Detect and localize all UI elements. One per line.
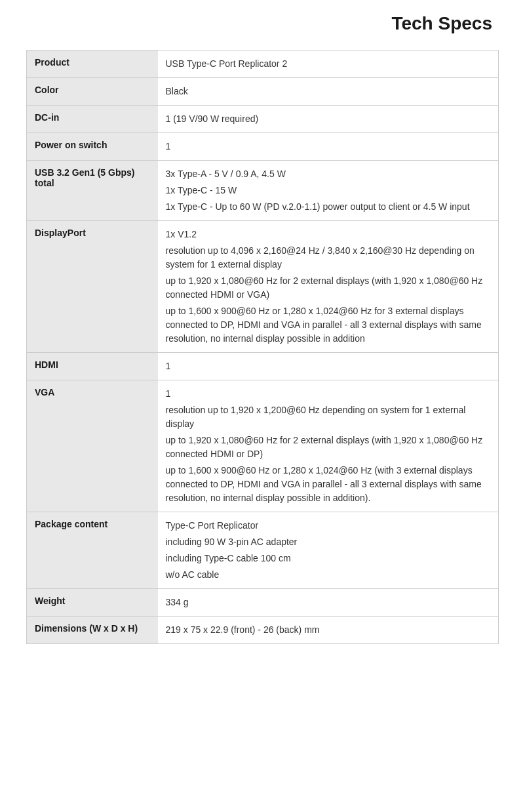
spec-value-line: up to 1,920 x 1,080@60 Hz for 2 external…	[166, 434, 491, 461]
spec-value-line: 3x Type-A - 5 V / 0.9 A, 4.5 W	[166, 167, 491, 181]
spec-value: Type-C Port Replicatorincluding 90 W 3-p…	[158, 512, 499, 589]
spec-label: Power on switch	[27, 133, 158, 161]
spec-value: 219 x 75 x 22.9 (front) - 26 (back) mm	[158, 617, 499, 644]
spec-value: 1	[158, 133, 499, 161]
spec-value-line: 1	[166, 359, 491, 373]
table-row: USB 3.2 Gen1 (5 Gbps) total3x Type-A - 5…	[27, 161, 499, 221]
spec-value-line: 219 x 75 x 22.9 (front) - 26 (back) mm	[166, 623, 491, 637]
spec-label: HDMI	[27, 353, 158, 380]
spec-value: Black	[158, 78, 499, 106]
spec-value: 334 g	[158, 589, 499, 617]
spec-value-line: including 90 W 3-pin AC adapter	[166, 535, 491, 549]
table-row: Package contentType-C Port Replicatorinc…	[27, 512, 499, 589]
page-title: Tech Specs	[26, 13, 499, 34]
spec-value-line: resolution up to 1,920 x 1,200@60 Hz dep…	[166, 403, 491, 431]
spec-value-line: including Type-C cable 100 cm	[166, 552, 491, 565]
spec-value-line: 1x V1.2	[166, 228, 491, 241]
spec-label: Dimensions (W x D x H)	[27, 617, 158, 644]
table-row: Dimensions (W x D x H)219 x 75 x 22.9 (f…	[27, 617, 499, 644]
spec-label: VGA	[27, 380, 158, 512]
table-row: DisplayPort1x V1.2resolution up to 4,096…	[27, 221, 499, 353]
spec-value-line: 1x Type-C - Up to 60 W (PD v.2.0-1.1) po…	[166, 200, 491, 214]
table-row: HDMI1	[27, 353, 499, 380]
spec-value: 1	[158, 353, 499, 380]
spec-value-line: w/o AC cable	[166, 568, 491, 582]
spec-label: Product	[27, 51, 158, 78]
table-row: Power on switch1	[27, 133, 499, 161]
spec-label: Color	[27, 78, 158, 106]
table-row: ProductUSB Type-C Port Replicator 2	[27, 51, 499, 78]
spec-value: 1 (19 V/90 W required)	[158, 106, 499, 133]
spec-value-line: 1	[166, 140, 491, 153]
spec-value-line: resolution up to 4,096 x 2,160@24 Hz / 3…	[166, 244, 491, 272]
spec-value-line: up to 1,920 x 1,080@60 Hz for 2 external…	[166, 274, 491, 302]
table-row: ColorBlack	[27, 78, 499, 106]
spec-label: DC-in	[27, 106, 158, 133]
spec-value-line: 1	[166, 387, 491, 401]
specs-table: ProductUSB Type-C Port Replicator 2Color…	[26, 50, 499, 644]
spec-value: 1x V1.2resolution up to 4,096 x 2,160@24…	[158, 221, 499, 353]
spec-value-line: 1 (19 V/90 W required)	[166, 112, 491, 126]
spec-label: USB 3.2 Gen1 (5 Gbps) total	[27, 161, 158, 221]
spec-label: Weight	[27, 589, 158, 617]
table-row: Weight334 g	[27, 589, 499, 617]
spec-value-line: USB Type-C Port Replicator 2	[166, 57, 491, 71]
spec-label: Package content	[27, 512, 158, 589]
spec-value-line: 334 g	[166, 596, 491, 609]
spec-label: DisplayPort	[27, 221, 158, 353]
table-row: VGA1resolution up to 1,920 x 1,200@60 Hz…	[27, 380, 499, 512]
spec-value-line: Type-C Port Replicator	[166, 519, 491, 533]
spec-value-line: Black	[166, 85, 491, 98]
table-row: DC-in1 (19 V/90 W required)	[27, 106, 499, 133]
spec-value-line: 1x Type-C - 15 W	[166, 184, 491, 197]
spec-value: USB Type-C Port Replicator 2	[158, 51, 499, 78]
spec-value: 3x Type-A - 5 V / 0.9 A, 4.5 W1x Type-C …	[158, 161, 499, 221]
spec-value-line: up to 1,600 x 900@60 Hz or 1,280 x 1,024…	[166, 304, 491, 346]
spec-value-line: up to 1,600 x 900@60 Hz or 1,280 x 1,024…	[166, 464, 491, 505]
spec-value: 1resolution up to 1,920 x 1,200@60 Hz de…	[158, 380, 499, 512]
